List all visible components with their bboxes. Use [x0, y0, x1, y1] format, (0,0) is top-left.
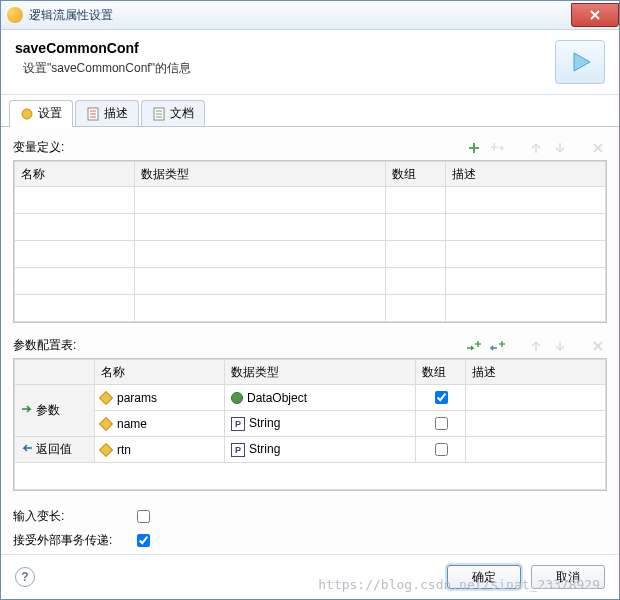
- params-delete-button[interactable]: [589, 338, 607, 354]
- desc-tab-icon: [86, 107, 100, 121]
- dataobject-icon: [231, 392, 243, 404]
- vars-add-sub-button[interactable]: [489, 140, 507, 156]
- delete-icon: [592, 142, 604, 154]
- table-row: [15, 463, 606, 490]
- table-row[interactable]: name PString: [15, 411, 606, 437]
- plus-out-icon: [490, 339, 506, 353]
- col-desc: 描述: [466, 360, 606, 385]
- tab-label: 描述: [104, 105, 128, 122]
- param-icon: [99, 391, 113, 405]
- vars-add-button[interactable]: [465, 140, 483, 156]
- col-array: 数组: [416, 360, 466, 385]
- svg-marker-0: [574, 53, 590, 71]
- table-row[interactable]: 返回值 rtn PString: [15, 437, 606, 463]
- varlen-label: 输入变长:: [13, 508, 133, 525]
- window-title: 逻辑流属性设置: [29, 7, 571, 24]
- params-move-up-button[interactable]: [527, 338, 545, 354]
- header: saveCommonConf 设置"saveCommonConf"的信息: [1, 30, 619, 95]
- content-panel: 变量定义: 名称 数据类型 数组 描述: [1, 127, 619, 554]
- tab-settings[interactable]: 设置: [9, 100, 73, 127]
- array-checkbox[interactable]: [435, 443, 448, 456]
- svg-point-1: [22, 109, 32, 119]
- tab-bar: 设置 描述 文档: [1, 95, 619, 127]
- primitive-icon: P: [231, 443, 245, 457]
- table-row[interactable]: 参数 params DataObject: [15, 385, 606, 411]
- settings-tab-icon: [20, 107, 34, 121]
- ext-tx-checkbox[interactable]: [137, 534, 150, 547]
- primitive-icon: P: [231, 417, 245, 431]
- table-row: [15, 214, 606, 241]
- tab-label: 文档: [170, 105, 194, 122]
- vars-move-down-button[interactable]: [551, 140, 569, 156]
- col-name: 名称: [95, 360, 225, 385]
- table-row: [15, 241, 606, 268]
- arrow-up-icon: [530, 141, 542, 155]
- params-move-down-button[interactable]: [551, 338, 569, 354]
- run-button[interactable]: [555, 40, 605, 84]
- param-icon: [99, 443, 113, 457]
- close-icon: [589, 9, 601, 21]
- play-icon: [566, 48, 594, 76]
- plus-in-icon: [466, 339, 482, 353]
- vars-toolbar: [465, 140, 607, 156]
- titlebar: 逻辑流属性设置: [1, 1, 619, 30]
- delete-icon: [592, 340, 604, 352]
- cancel-button[interactable]: 取消: [531, 565, 605, 589]
- param-icon: [99, 417, 113, 431]
- options-form: 输入变长: 接受外部事务传递: 设定逻辑流的作用域: 公有 私有: [13, 507, 607, 554]
- tab-label: 设置: [38, 105, 62, 122]
- close-button[interactable]: [571, 3, 619, 27]
- help-button[interactable]: ?: [15, 567, 35, 587]
- array-checkbox[interactable]: [435, 417, 448, 430]
- plus-icon: [467, 141, 481, 155]
- vars-table[interactable]: 名称 数据类型 数组 描述: [13, 160, 607, 323]
- params-table[interactable]: 名称 数据类型 数组 描述 参数 params DataObject: [13, 358, 607, 491]
- table-row: [15, 187, 606, 214]
- col-dtype: 数据类型: [225, 360, 416, 385]
- params-add-in-button[interactable]: [465, 338, 483, 354]
- params-toolbar: [465, 338, 607, 354]
- table-row: [15, 268, 606, 295]
- entity-name: saveCommonConf: [15, 40, 555, 56]
- entity-subtitle: 设置"saveCommonConf"的信息: [15, 60, 555, 77]
- vars-title: 变量定义:: [13, 139, 465, 156]
- footer: ? 确定 取消: [1, 554, 619, 599]
- params-add-out-button[interactable]: [489, 338, 507, 354]
- col-name: 名称: [15, 162, 135, 187]
- arrow-down-icon: [554, 141, 566, 155]
- group-in-header: 参数: [15, 385, 95, 437]
- group-out-header: 返回值: [15, 437, 95, 463]
- out-arrow-icon: [21, 443, 33, 453]
- arrow-up-icon: [530, 339, 542, 353]
- docs-tab-icon: [152, 107, 166, 121]
- table-row: [15, 295, 606, 322]
- ok-button[interactable]: 确定: [447, 565, 521, 589]
- vars-move-up-button[interactable]: [527, 140, 545, 156]
- col-dtype: 数据类型: [135, 162, 386, 187]
- tab-desc[interactable]: 描述: [75, 100, 139, 126]
- plus-arrow-icon: [490, 141, 506, 155]
- col-array: 数组: [386, 162, 446, 187]
- varlen-checkbox[interactable]: [137, 510, 150, 523]
- array-checkbox[interactable]: [435, 391, 448, 404]
- ext-tx-label: 接受外部事务传递:: [13, 532, 133, 549]
- app-icon: [7, 7, 23, 23]
- in-arrow-icon: [21, 404, 33, 414]
- vars-delete-button[interactable]: [589, 140, 607, 156]
- params-title: 参数配置表:: [13, 337, 465, 354]
- arrow-down-icon: [554, 339, 566, 353]
- tab-docs[interactable]: 文档: [141, 100, 205, 126]
- col-desc: 描述: [446, 162, 606, 187]
